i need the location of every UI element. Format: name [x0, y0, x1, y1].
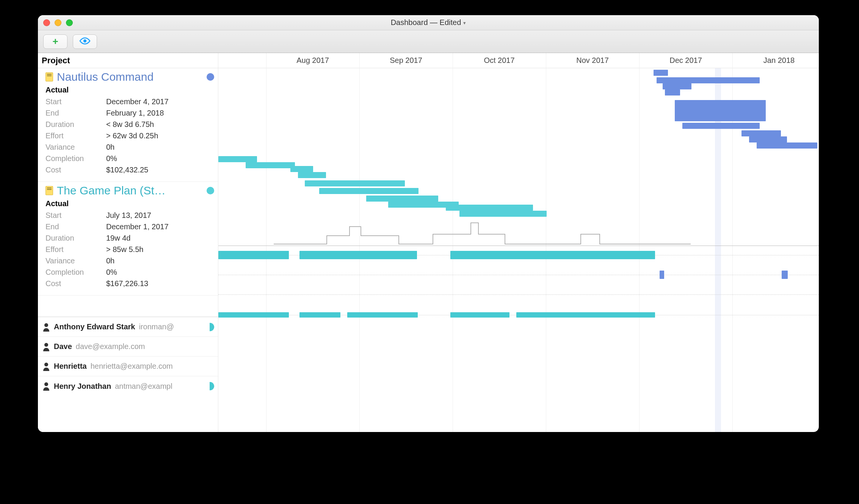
availability-half-icon	[210, 323, 214, 331]
add-button[interactable]: +	[43, 34, 67, 49]
close-icon[interactable]	[43, 19, 50, 26]
resource-list: Anthony Edward Stark ironman@ Dave dave@…	[38, 317, 218, 396]
gantt-chart	[218, 68, 819, 432]
gantt-bar[interactable]	[299, 251, 417, 259]
svg-point-1	[44, 323, 48, 327]
resource-email: antman@exampl	[115, 382, 172, 391]
person-icon	[42, 342, 50, 351]
gantt-bar[interactable]	[347, 312, 418, 318]
minimize-icon[interactable]	[55, 19, 61, 26]
field-value: 0h	[106, 141, 114, 153]
view-button[interactable]	[73, 34, 97, 49]
field-value: July 13, 2017	[106, 210, 151, 221]
gantt-bar[interactable]	[749, 136, 787, 142]
person-icon	[42, 322, 50, 332]
gantt-bar[interactable]	[516, 312, 655, 318]
timeline[interactable]: l 2017Aug 2017Sep 2017Oct 2017Nov 2017De…	[218, 53, 819, 432]
gantt-bar[interactable]	[218, 312, 289, 318]
project-card[interactable]: Nautilus Command Actual StartDecember 4,…	[38, 68, 218, 182]
gantt-bar[interactable]	[665, 89, 680, 95]
gantt-bar[interactable]	[246, 162, 295, 168]
gantt-bar[interactable]	[782, 271, 788, 279]
resource-row[interactable]: Dave dave@example.com	[38, 337, 218, 357]
field-label: Effort	[45, 244, 106, 255]
row-baseline	[218, 294, 819, 295]
histogram-sidebar-gap	[38, 296, 218, 317]
resource-name: Anthony Edward Stark	[54, 322, 135, 331]
gantt-bar[interactable]	[298, 172, 326, 178]
availability-half-icon	[210, 382, 214, 390]
gantt-bar[interactable]	[682, 123, 760, 129]
gantt-bar[interactable]	[450, 251, 655, 259]
field-label: Start	[45, 96, 106, 107]
field-label: Completion	[45, 266, 106, 278]
field-value: $102,432.25	[106, 164, 148, 175]
utilization-outline	[274, 223, 819, 251]
window-title: Dashboard — Edited	[391, 18, 461, 27]
field-label: Variance	[45, 255, 106, 266]
gantt-bar[interactable]	[446, 205, 533, 211]
field-label: Cost	[45, 278, 106, 289]
gantt-bar[interactable]	[675, 100, 766, 121]
fullscreen-icon[interactable]	[66, 19, 73, 26]
field-value: > 85w 5.5h	[106, 244, 143, 255]
gantt-bar[interactable]	[663, 83, 691, 89]
svg-point-0	[83, 39, 86, 42]
resource-name: Henrietta	[54, 362, 87, 371]
person-icon	[42, 362, 50, 371]
sidebar: Project Nautilus Command Actual StartDec…	[38, 53, 218, 432]
timeline-month-label: Nov 2017	[546, 56, 639, 65]
project-color-dot	[207, 73, 214, 81]
field-label: Duration	[45, 232, 106, 244]
field-label: Duration	[45, 119, 106, 130]
field-label: Completion	[45, 153, 106, 164]
svg-point-2	[44, 343, 48, 347]
sidebar-header: Project	[38, 53, 218, 68]
gantt-bar[interactable]	[305, 180, 405, 186]
gantt-bar[interactable]	[319, 188, 419, 194]
project-title: The Game Plan (St…	[57, 184, 203, 197]
app-window: Dashboard — Edited ▾ + Project	[38, 15, 819, 432]
gantt-bar[interactable]	[450, 312, 509, 318]
gantt-bar[interactable]	[299, 312, 340, 318]
field-value: 0%	[106, 266, 117, 278]
timeline-month-label: l 2017	[218, 56, 266, 65]
gantt-bar[interactable]	[218, 156, 257, 162]
gantt-bar[interactable]	[757, 142, 817, 149]
project-file-icon	[45, 72, 53, 81]
resource-email: henrietta@example.com	[91, 362, 173, 371]
gantt-bar[interactable]	[657, 77, 760, 83]
titlebar: Dashboard — Edited ▾	[38, 15, 819, 30]
field-label: Cost	[45, 164, 106, 175]
field-label: End	[45, 221, 106, 232]
toolbar: +	[38, 30, 819, 53]
gantt-bar[interactable]	[459, 211, 547, 217]
resource-row[interactable]: Henrietta henrietta@example.com	[38, 357, 218, 376]
field-label: End	[45, 107, 106, 119]
field-label: Start	[45, 210, 106, 221]
window-controls	[43, 19, 73, 26]
gantt-bar[interactable]	[741, 130, 781, 136]
gantt-bar[interactable]	[218, 251, 289, 259]
resource-name: Henry Jonathan	[54, 382, 111, 391]
field-value: December 4, 2017	[106, 96, 169, 107]
resource-row[interactable]: Henry Jonathan antman@exampl	[38, 376, 218, 396]
timeline-month-label: Sep 2017	[359, 56, 453, 65]
field-value: $167,226.13	[106, 278, 148, 289]
chevron-down-icon[interactable]: ▾	[463, 20, 466, 26]
field-value: February 1, 2018	[106, 107, 164, 119]
svg-point-3	[44, 363, 48, 366]
gantt-bar[interactable]	[660, 271, 664, 279]
resource-email: ironman@	[139, 322, 174, 331]
project-card[interactable]: The Game Plan (St… Actual StartJuly 13, …	[38, 182, 218, 296]
resource-row[interactable]: Anthony Edward Stark ironman@	[38, 317, 218, 337]
gantt-bar[interactable]	[290, 166, 313, 172]
field-value: 0%	[106, 153, 117, 164]
content: Project Nautilus Command Actual StartDec…	[38, 53, 819, 432]
gantt-bar[interactable]	[654, 70, 668, 76]
project-color-dot	[207, 187, 214, 194]
gantt-bar[interactable]	[366, 196, 438, 202]
field-value: < 8w 3d 6.75h	[106, 119, 154, 130]
timeline-month-label: Jan 2018	[732, 56, 819, 65]
resource-email: dave@example.com	[76, 342, 145, 351]
